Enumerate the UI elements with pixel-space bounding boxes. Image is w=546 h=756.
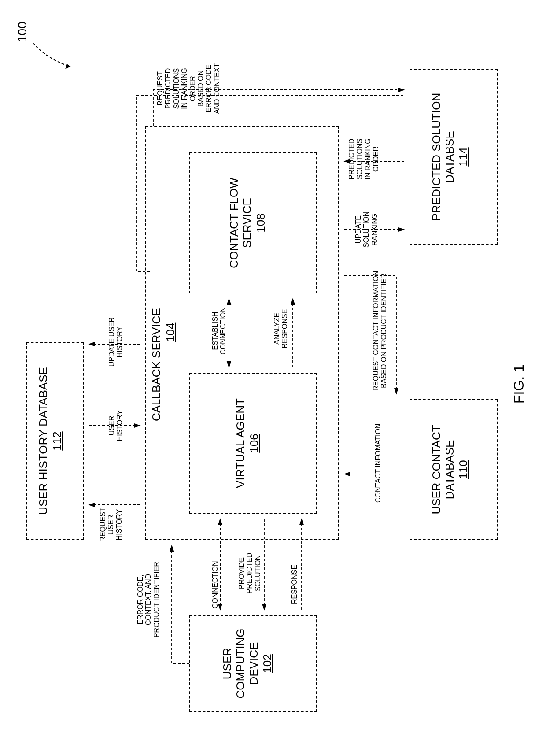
lbl-analyze-response: ANALYZE RESPONSE [273, 302, 289, 355]
lbl-response: RESPONSE [291, 565, 299, 604]
cfs-t2: SERVICE [241, 153, 254, 293]
va-title: VIRTUAL AGENT [234, 374, 247, 513]
lbl-update-solution-ranking: UPDATE SOLUTION RANKING [354, 205, 379, 254]
virtual-agent-box: VIRTUAL AGENT 106 [189, 373, 317, 514]
ucd-t3: DEVICE [247, 616, 261, 711]
psdb-t1: PREDICTED SOLUTION [430, 70, 443, 244]
lbl-establish-connection: ESTABLISH CONNECTION [211, 300, 228, 362]
lbl-predicted-solutions-order: PREDICTED SOLUTIONS IN RANKING ORDER [348, 133, 380, 185]
lbl-update-user-history: UPDATE USER HISTORY [108, 311, 124, 373]
user-computing-device-box: USER COMPUTING DEVICE 102 [189, 615, 317, 712]
lbl-provide-predicted: PROVIDE PREDICTED SOLUTION [238, 547, 262, 600]
callback-num: 104 [164, 323, 177, 342]
ucd-t1: USER [221, 616, 234, 711]
lbl-error-code: ERROR CODE, CONTEXT, AND PRODUCT IDENTIF… [136, 558, 161, 641]
user-contact-database-box: USER CONTACT DATABASE 110 [410, 399, 498, 540]
cfs-t1: CONTACT FLOW [228, 153, 241, 293]
ucdb-t1: USER CONTACT [430, 400, 443, 539]
lbl-connection: CONNECTION [211, 561, 219, 608]
lbl-contact-info: CONTACT INFOMATION [374, 423, 382, 503]
lbl-request-user-history: REQUEST USER HISTORY [99, 503, 123, 547]
callback-title: CALLBACK SERVICE [150, 308, 163, 421]
uhdb-title: USER HISTORY DATABASE [37, 343, 50, 539]
contact-flow-service-box: CONTACT FLOW SERVICE 108 [189, 152, 317, 293]
user-history-database-box: USER HISTORY DATABASE 112 [26, 342, 84, 540]
cfs-num: 108 [254, 153, 268, 293]
ucdb-num: 110 [457, 400, 470, 539]
figure-label: FIG. 1 [511, 364, 527, 404]
predicted-solution-database-box: PREDICTED SOLUTION DATABSE 114 [410, 69, 498, 245]
lbl-request-predicted-solutions: REQUEST PREDICTED SOLUTIONS IN RANKING O… [156, 60, 221, 117]
psdb-t2: DATABSE [443, 70, 457, 244]
psdb-num: 114 [457, 70, 470, 244]
va-num: 106 [247, 374, 261, 513]
lbl-user-history: USER HISTORY [108, 404, 124, 448]
ucdb-t2: DATABASE [443, 400, 457, 539]
ref-number: 100 [15, 22, 30, 42]
uhdb-num: 112 [50, 343, 64, 539]
ucd-num: 102 [261, 616, 274, 711]
lbl-request-contact-info: REQUEST CONTACT INFORMATION BASED ON PRO… [372, 265, 388, 397]
ucd-t2: COMPUTING [234, 616, 247, 711]
